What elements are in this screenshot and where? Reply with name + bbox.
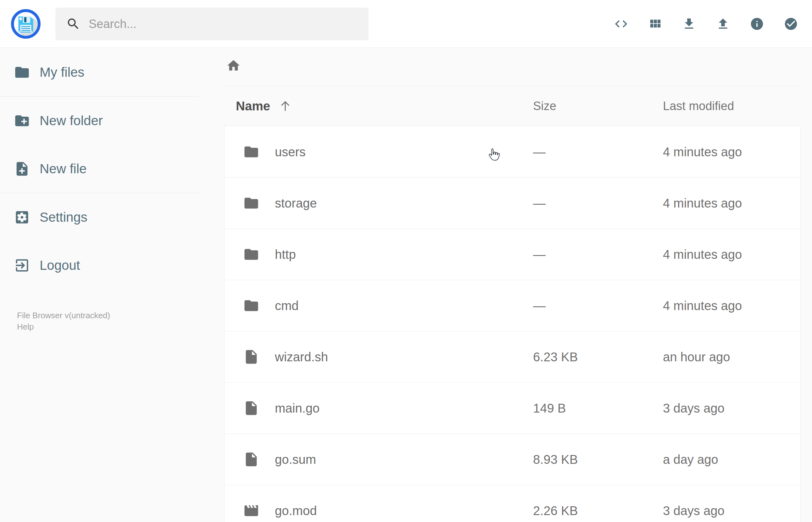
sidebar-item-settings[interactable]: Settings <box>0 193 199 241</box>
column-header-size[interactable]: Size <box>533 99 556 113</box>
sidebar-item-new-folder[interactable]: New folder <box>0 97 199 145</box>
folder-icon <box>243 144 260 160</box>
file-icon <box>243 349 260 365</box>
row-size: — <box>533 196 546 210</box>
folder-icon <box>243 298 260 314</box>
filebrowser-app: { "app": { "name": "File Browser" }, "he… <box>0 0 812 522</box>
upload-button[interactable] <box>716 17 730 31</box>
raw-view-button[interactable] <box>614 17 628 31</box>
column-name-label: Name <box>236 99 270 113</box>
upload-icon <box>716 17 730 31</box>
header-actions <box>614 0 812 48</box>
row-name: storage <box>275 196 317 210</box>
download-icon <box>682 17 696 31</box>
sidebar-item-label: New file <box>40 161 86 176</box>
grid-view-icon <box>648 17 662 31</box>
row-size: 149 B <box>533 401 566 416</box>
row-modified: 4 minutes ago <box>663 196 742 210</box>
folder-icon <box>243 195 260 211</box>
listing-header: Name Size Last modified <box>224 86 801 126</box>
code-icon <box>614 17 628 31</box>
row-name: go.mod <box>275 504 317 518</box>
row-size: 2.26 KB <box>533 504 578 518</box>
select-multiple-button[interactable] <box>784 17 798 31</box>
sidebar-item-my-files[interactable]: My files <box>0 48 199 96</box>
header <box>0 0 812 48</box>
row-name: main.go <box>275 401 320 416</box>
file-browser-logo-icon <box>11 9 41 39</box>
app-logo[interactable] <box>11 9 41 39</box>
row-size: 8.93 KB <box>533 453 578 467</box>
row-name: cmd <box>275 299 299 313</box>
sidebar-item-label: Logout <box>40 258 80 273</box>
logout-icon <box>14 257 30 274</box>
settings-icon <box>14 209 30 225</box>
file-icon <box>243 349 260 365</box>
row-modified: 3 days ago <box>663 504 725 518</box>
movie-icon <box>243 502 260 519</box>
sidebar-item-logout[interactable]: Logout <box>0 241 199 289</box>
folder-icon <box>243 246 260 263</box>
row-size: — <box>533 299 546 313</box>
row-modified: 4 minutes ago <box>663 145 742 159</box>
file-icon <box>243 451 260 468</box>
row-size: 6.23 KB <box>533 350 578 364</box>
file-listing: Name Size Last modified users — 4 minute… <box>199 48 812 522</box>
sidebar-item-new-file[interactable]: New file <box>0 145 199 193</box>
new-folder-icon <box>14 113 30 129</box>
movie-icon <box>243 502 260 519</box>
check-circle-icon <box>784 17 798 31</box>
row-name: go.sum <box>275 453 316 467</box>
row-modified: a day ago <box>663 453 718 467</box>
home-icon <box>226 58 241 73</box>
table-row-go.mod[interactable]: go.mod 2.26 KB 3 days ago <box>225 485 800 522</box>
sidebar: My filesNew folderNew fileSettingsLogout… <box>0 48 199 522</box>
search-bar[interactable] <box>55 7 369 40</box>
row-modified: an hour ago <box>663 350 730 364</box>
sort-arrow-up-icon <box>278 99 292 113</box>
sidebar-item-label: New folder <box>40 113 103 128</box>
folder-icon <box>243 144 260 160</box>
listing-card: users — 4 minutes ago storage — 4 minute… <box>224 126 801 522</box>
search-input[interactable] <box>89 17 347 31</box>
row-modified: 4 minutes ago <box>663 247 742 262</box>
switch-view-button[interactable] <box>648 17 662 31</box>
row-name: wizard.sh <box>275 350 328 364</box>
table-row-go.sum[interactable]: go.sum 8.93 KB a day ago <box>225 434 800 485</box>
new-file-icon <box>14 161 30 177</box>
folder-icon <box>243 298 260 314</box>
sidebar-footer: File Browser v(untracked) Help <box>17 310 110 333</box>
file-icon <box>243 400 260 416</box>
row-modified: 3 days ago <box>663 401 725 416</box>
download-button[interactable] <box>682 17 696 31</box>
table-row-users[interactable]: users — 4 minutes ago <box>225 126 800 177</box>
file-icon <box>243 400 260 416</box>
folder-icon <box>243 195 260 211</box>
table-row-cmd[interactable]: cmd — 4 minutes ago <box>225 280 800 331</box>
table-row-wizard.sh[interactable]: wizard.sh 6.23 KB an hour ago <box>225 331 800 382</box>
row-size: — <box>533 145 546 159</box>
folder-icon <box>14 64 30 80</box>
row-modified: 4 minutes ago <box>663 299 742 313</box>
file-icon <box>243 451 260 468</box>
sidebar-item-label: My files <box>40 65 84 80</box>
sidebar-items: My filesNew folderNew fileSettingsLogout <box>0 48 199 289</box>
folder-icon <box>243 246 260 263</box>
row-name: users <box>275 145 306 159</box>
info-icon <box>750 17 764 31</box>
info-button[interactable] <box>750 17 764 31</box>
search-icon <box>66 17 81 31</box>
row-size: — <box>533 247 546 262</box>
table-row-http[interactable]: http — 4 minutes ago <box>225 228 800 280</box>
table-row-main.go[interactable]: main.go 149 B 3 days ago <box>225 382 800 434</box>
column-header-modified[interactable]: Last modified <box>663 99 734 113</box>
column-header-name[interactable]: Name <box>236 99 292 113</box>
table-row-storage[interactable]: storage — 4 minutes ago <box>225 177 800 228</box>
help-link[interactable]: Help <box>17 321 34 333</box>
sidebar-item-label: Settings <box>40 210 87 225</box>
app-version-text: File Browser v(untracked) <box>17 310 110 321</box>
breadcrumb-home-button[interactable] <box>226 58 241 73</box>
row-name: http <box>275 247 296 262</box>
